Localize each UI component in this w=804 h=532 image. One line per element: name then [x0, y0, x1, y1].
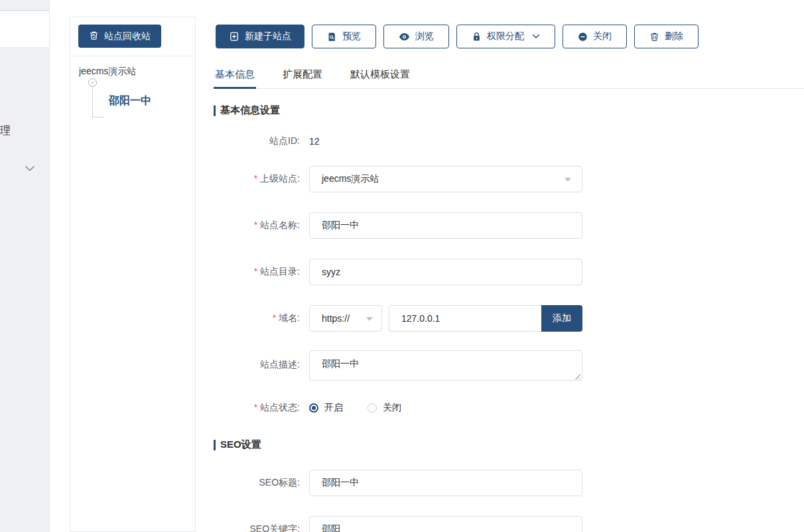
seo-keywords-row: SEO关键字:: [214, 516, 804, 532]
close-site-button[interactable]: 关闭: [563, 25, 627, 48]
section-title: SEO设置: [220, 438, 261, 451]
section-title: 基本信息设置: [220, 104, 280, 117]
radio-dot-icon: [309, 403, 318, 413]
site-name-input[interactable]: [309, 212, 582, 239]
site-status-row: *站点状态: 开启 关闭: [214, 402, 804, 414]
minus-circle-icon: [578, 32, 588, 42]
permissions-button[interactable]: 权限分配: [456, 25, 555, 48]
site-desc-label: 站点描述:: [214, 359, 309, 371]
add-domain-button[interactable]: 添加: [541, 305, 582, 332]
preview-button[interactable]: 预览: [312, 25, 376, 48]
section-accent-bar: [214, 105, 216, 116]
browse-button[interactable]: 浏览: [383, 25, 449, 48]
eye-icon: [399, 33, 410, 41]
site-id-label: 站点ID:: [214, 135, 309, 147]
site-dir-row: *站点目录:: [214, 259, 804, 285]
settings-tabs: 基本信息 扩展配置 默认模板设置: [214, 66, 804, 89]
parent-site-selected-value: jeecms演示站: [322, 173, 379, 185]
required-mark: *: [254, 173, 257, 184]
tree-node-root[interactable]: jeecms演示站: [79, 66, 136, 78]
required-mark: *: [254, 266, 257, 277]
seo-keywords-input[interactable]: [309, 516, 582, 532]
site-desc-textarea[interactable]: 邵阳一中: [309, 350, 582, 381]
basic-info-form: 基本信息设置 站点ID: 12 *上级站点: jeecms演示站 *站点名称: …: [214, 96, 804, 532]
parent-site-row: *上级站点: jeecms演示站: [214, 166, 804, 192]
section-accent-bar: [214, 440, 216, 450]
status-radio-off[interactable]: 关闭: [368, 402, 401, 414]
dropdown-arrow-icon: [366, 317, 373, 321]
section-seo: SEO设置: [214, 439, 804, 450]
parent-site-label: 上级站点:: [260, 173, 300, 184]
site-name-label: 站点名称:: [260, 220, 300, 230]
trash-icon: [649, 32, 659, 42]
add-site-icon: [229, 31, 239, 42]
tree-connector: [92, 117, 104, 117]
left-nav-active-item[interactable]: [0, 11, 50, 47]
chevron-down-icon: [532, 34, 540, 39]
seo-title-input[interactable]: [309, 470, 582, 496]
tab-extended-config[interactable]: 扩展配置: [281, 66, 324, 88]
domain-input[interactable]: [389, 305, 541, 332]
status-radio-on[interactable]: 开启: [309, 402, 343, 414]
seo-title-label: SEO标题:: [214, 477, 309, 489]
divider: [70, 56, 195, 56]
parent-site-select[interactable]: jeecms演示站: [309, 166, 582, 192]
toolbar: 新建子站点 预览 浏览 权限分配 关闭: [216, 25, 699, 48]
new-sub-site-button[interactable]: 新建子站点: [216, 25, 304, 48]
tree-node-selected[interactable]: 邵阳一中: [109, 94, 151, 108]
radio-dot-icon: [368, 403, 377, 413]
chevron-down-icon[interactable]: [25, 164, 35, 172]
recycle-bin-icon: [89, 31, 99, 42]
delete-site-button[interactable]: 删除: [634, 25, 699, 48]
preview-doc-icon: [327, 32, 337, 42]
site-id-row: 站点ID: 12: [214, 135, 804, 148]
dropdown-arrow-icon: [565, 178, 571, 182]
section-basic-info: 基本信息设置: [214, 105, 804, 116]
recycle-bin-label: 站点回收站: [104, 31, 151, 42]
site-status-label: 站点状态:: [260, 402, 300, 413]
seo-keywords-label: SEO关键字:: [214, 523, 309, 532]
domain-row: *域名: https:// 添加: [214, 305, 804, 332]
required-mark: *: [254, 402, 257, 413]
tab-default-template[interactable]: 默认模板设置: [349, 66, 411, 88]
site-tree-panel: 站点回收站 jeecms演示站 − 邵阳一中: [70, 17, 196, 532]
tree-connector: [92, 88, 93, 117]
required-mark: *: [254, 220, 257, 230]
protocol-selected-value: https://: [322, 313, 350, 324]
seo-title-row: SEO标题:: [214, 470, 804, 496]
domain-input-group: 添加: [389, 305, 582, 332]
domain-label: 域名:: [279, 312, 300, 323]
site-dir-input[interactable]: [309, 259, 582, 285]
tree-collapse-icon[interactable]: −: [88, 78, 97, 87]
site-name-row: *站点名称:: [214, 212, 804, 239]
main-panel: 新建子站点 预览 浏览 权限分配 关闭: [196, 0, 804, 532]
protocol-select[interactable]: https://: [309, 305, 382, 332]
lock-icon: [472, 32, 482, 42]
left-nav-header-strip: [0, 0, 50, 11]
site-id-value: 12: [309, 136, 320, 147]
left-nav-item-label[interactable]: 理: [0, 124, 11, 138]
left-nav-rail: 理: [0, 0, 50, 532]
site-desc-row: 站点描述: 邵阳一中: [214, 350, 804, 383]
required-mark: *: [273, 312, 276, 323]
tab-basic-info[interactable]: 基本信息: [214, 66, 256, 88]
site-recycle-bin-button[interactable]: 站点回收站: [78, 25, 161, 48]
site-dir-label: 站点目录:: [260, 266, 300, 277]
